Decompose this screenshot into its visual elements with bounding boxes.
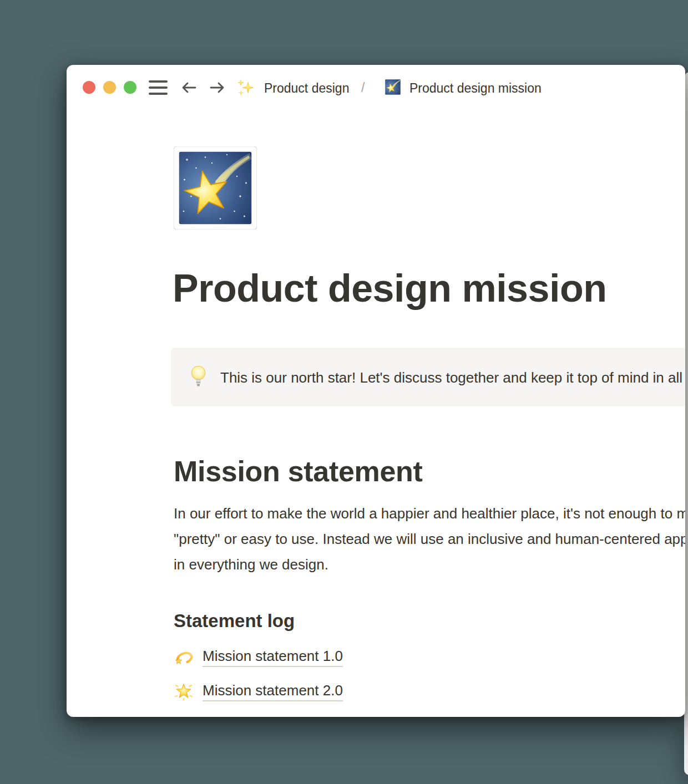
lightbulb-icon (191, 365, 206, 389)
zoom-button[interactable] (124, 81, 136, 94)
sidebar-menu-icon[interactable] (149, 80, 168, 95)
callout-text: This is our north star! Let's discuss to… (220, 369, 685, 386)
desktop-background: Product design / (0, 0, 688, 784)
window-topbar: Product design / (67, 65, 685, 110)
minimize-button[interactable] (103, 81, 116, 94)
page-link-label[interactable]: Mission statement 2.0 (203, 682, 343, 701)
sparkles-icon (236, 78, 255, 97)
forward-arrow-icon[interactable] (210, 81, 225, 94)
back-arrow-icon[interactable] (181, 81, 196, 94)
breadcrumb-current[interactable]: Product design mission (409, 80, 542, 96)
paragraph-line: "pretty" or easy to use. Instead we will… (174, 526, 685, 552)
shooting-star-icon[interactable] (384, 78, 402, 96)
statement-log-links: Mission statement 1.0 Missio (174, 645, 343, 714)
dizzy-icon (174, 647, 194, 667)
app-window: Product design / (67, 65, 685, 717)
page-icon-shooting-star[interactable] (174, 146, 257, 230)
callout-block: This is our north star! Let's discuss to… (171, 348, 685, 406)
page-title: Product design mission (173, 266, 685, 311)
page-link-mission-statement-2[interactable]: Mission statement 2.0 (174, 680, 343, 703)
page-link-label[interactable]: Mission statement 1.0 (203, 648, 343, 667)
paragraph-line: in everything we design. (174, 552, 685, 577)
statement-log-heading: Statement log (174, 610, 295, 632)
close-button[interactable] (83, 81, 95, 94)
paragraph-line: In our effort to make the world a happie… (174, 501, 685, 526)
breadcrumb-separator: / (361, 79, 365, 96)
mission-paragraph: In our effort to make the world a happie… (174, 501, 685, 577)
breadcrumb-parent[interactable]: Product design (264, 80, 349, 96)
page-link-mission-statement-1[interactable]: Mission statement 1.0 (174, 645, 343, 669)
glowing-star-icon (174, 681, 194, 701)
mission-statement-heading: Mission statement (174, 455, 423, 488)
